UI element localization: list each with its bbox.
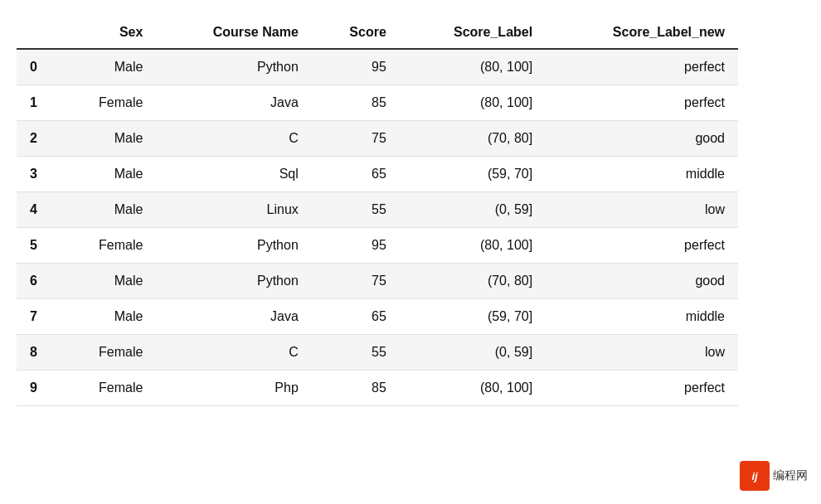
cell-index: 6: [17, 264, 58, 299]
cell-score: 85: [312, 85, 400, 121]
cell-index: 2: [17, 121, 58, 157]
cell-course-name: Python: [156, 49, 311, 85]
cell-sex: Female: [58, 335, 156, 371]
watermark-site-text: 编程网: [773, 468, 808, 483]
watermark-logo-text: ij: [751, 470, 757, 482]
data-table-container: Sex Course Name Score Score_Label Score_…: [17, 17, 738, 406]
cell-score-label: (80, 100]: [400, 371, 546, 406]
cell-course-name: Linux: [156, 192, 311, 228]
cell-index: 5: [17, 228, 58, 264]
table-row: 9FemalePhp85(80, 100]perfect: [17, 371, 738, 406]
cell-course-name: Php: [156, 371, 311, 406]
cell-sex: Female: [58, 371, 156, 406]
table-row: 2MaleC75(70, 80]good: [17, 121, 738, 157]
cell-sex: Male: [58, 192, 156, 228]
cell-index: 8: [17, 335, 58, 371]
watermark: ij 编程网: [740, 461, 808, 491]
table-header-row: Sex Course Name Score Score_Label Score_…: [17, 17, 738, 49]
cell-score-label: (59, 70]: [400, 157, 546, 192]
cell-score-label-new: middle: [546, 157, 738, 192]
cell-score-label-new: perfect: [546, 228, 738, 264]
cell-score: 95: [312, 49, 400, 85]
cell-course-name: Python: [156, 264, 311, 299]
cell-score-label: (80, 100]: [400, 228, 546, 264]
watermark-logo: ij: [740, 461, 770, 491]
cell-score: 65: [312, 157, 400, 192]
cell-sex: Male: [58, 299, 156, 335]
cell-course-name: Sql: [156, 157, 311, 192]
cell-score-label-new: perfect: [546, 49, 738, 85]
table-row: 5FemalePython95(80, 100]perfect: [17, 228, 738, 264]
cell-score: 55: [312, 335, 400, 371]
cell-score-label: (59, 70]: [400, 299, 546, 335]
cell-index: 1: [17, 85, 58, 121]
table-row: 4MaleLinux55(0, 59]low: [17, 192, 738, 228]
col-header-score-label: Score_Label: [400, 17, 546, 49]
cell-score-label: (70, 80]: [400, 121, 546, 157]
cell-sex: Male: [58, 157, 156, 192]
col-header-score-label-new: Score_Label_new: [546, 17, 738, 49]
cell-course-name: C: [156, 121, 311, 157]
cell-sex: Male: [58, 121, 156, 157]
cell-sex: Male: [58, 264, 156, 299]
table-row: 6MalePython75(70, 80]good: [17, 264, 738, 299]
cell-score: 55: [312, 192, 400, 228]
table-row: 8FemaleC55(0, 59]low: [17, 335, 738, 371]
cell-score-label-new: perfect: [546, 371, 738, 406]
cell-score-label-new: middle: [546, 299, 738, 335]
col-header-course-name: Course Name: [156, 17, 311, 49]
cell-score-label: (80, 100]: [400, 85, 546, 121]
cell-score-label-new: perfect: [546, 85, 738, 121]
cell-score: 85: [312, 371, 400, 406]
cell-index: 9: [17, 371, 58, 406]
cell-score-label: (0, 59]: [400, 335, 546, 371]
cell-score-label: (80, 100]: [400, 49, 546, 85]
cell-index: 3: [17, 157, 58, 192]
cell-score: 75: [312, 121, 400, 157]
data-table: Sex Course Name Score Score_Label Score_…: [17, 17, 738, 406]
cell-score-label: (70, 80]: [400, 264, 546, 299]
cell-course-name: C: [156, 335, 311, 371]
col-header-sex: Sex: [58, 17, 156, 49]
col-header-index: [17, 17, 58, 49]
cell-score: 95: [312, 228, 400, 264]
cell-score-label-new: low: [546, 192, 738, 228]
cell-score-label-new: low: [546, 335, 738, 371]
table-row: 7MaleJava65(59, 70]middle: [17, 299, 738, 335]
cell-sex: Female: [58, 85, 156, 121]
cell-index: 4: [17, 192, 58, 228]
cell-score-label-new: good: [546, 121, 738, 157]
cell-course-name: Java: [156, 299, 311, 335]
table-row: 3MaleSql65(59, 70]middle: [17, 157, 738, 192]
cell-sex: Female: [58, 228, 156, 264]
cell-score: 75: [312, 264, 400, 299]
table-row: 0MalePython95(80, 100]perfect: [17, 49, 738, 85]
cell-course-name: Java: [156, 85, 311, 121]
cell-course-name: Python: [156, 228, 311, 264]
cell-index: 0: [17, 49, 58, 85]
cell-score-label: (0, 59]: [400, 192, 546, 228]
cell-score: 65: [312, 299, 400, 335]
cell-score-label-new: good: [546, 264, 738, 299]
cell-index: 7: [17, 299, 58, 335]
table-row: 1FemaleJava85(80, 100]perfect: [17, 85, 738, 121]
col-header-score: Score: [312, 17, 400, 49]
cell-sex: Male: [58, 49, 156, 85]
